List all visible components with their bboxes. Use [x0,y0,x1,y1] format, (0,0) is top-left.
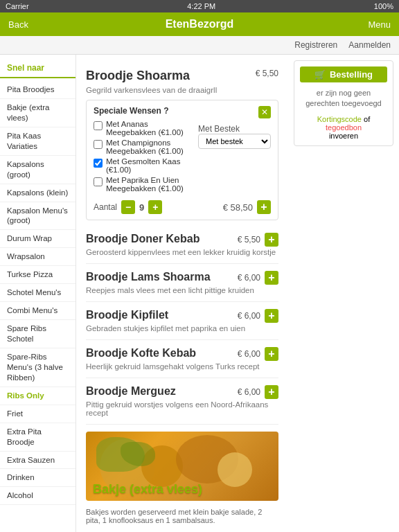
menu-item-name: Broodje Merguez [86,385,176,398]
add-item-button[interactable]: + [265,271,278,285]
last-menu-item: Bakje Shoarma (extra vlees) € 8,00 + Geg… [86,529,278,532]
qty-value: 9 [139,202,144,213]
sidebar-item[interactable]: Alcohol [0,487,76,505]
time: 4:22 PM [187,2,215,10]
cart-empty-text: er zijn nog geen gerechten toegevoegd [300,88,387,109]
menu-item-price-row: € 6,00+ [238,385,278,399]
add-to-cart-button[interactable]: + [257,200,271,214]
checkbox-option: Met Paprika En Uien Meegebakken (€1.00) [94,176,198,193]
battery: 100% [374,2,393,10]
qty-minus-button[interactable]: − [121,200,135,214]
sidebar-item[interactable]: Turkse Pizza [0,266,76,284]
menu-item-desc: Heerlijk gekruid lamsgehakt volgens Turk… [86,362,278,371]
sidebar-item[interactable]: Schotel Menu's [0,284,76,302]
sidebar-title: Snel naar [0,60,76,78]
sidebar-item[interactable]: Durum Wrap [0,230,76,248]
menu-item-header: Broodje Kipfilet€ 6,00+ [86,309,278,323]
register-link[interactable]: Registreren [294,40,337,50]
option-label: Met Paprika En Uien Meegebakken (€1.00) [106,176,198,193]
menu-item-price: € 5,50 [238,235,260,245]
add-item-button[interactable]: + [265,309,278,323]
met-bestek-label: Met Bestek [198,124,271,134]
sidebar-item[interactable]: Kapsalon Menu's (groot) [0,202,76,231]
menu-item-price-row: € 6,00+ [238,271,278,285]
menu-item-price: € 6,00 [238,311,260,321]
menu-item-header: Broodje Merguez€ 6,00+ [86,385,278,399]
sidebar-item[interactable]: Bakje (extra vlees) [0,99,76,127]
tegoedbon-link[interactable]: tegoedbon [326,123,362,132]
sidebar-item[interactable]: Wrapsalon [0,248,76,266]
option-label: Met Champignons Meegebakken (€1.00) [106,139,198,155]
sidebar: Snel naar Pita BroodjesBakje (extra vlee… [0,55,76,532]
content-area: Broodje Shoarma € 5,50 Gegrild varkensvl… [76,55,288,532]
sidebar-item[interactable]: Kapsalons (groot) [0,156,76,184]
checkbox-option: Met Gesmolten Kaas (€1.00) [94,157,198,174]
option-checkbox[interactable] [94,177,103,186]
aantal-label: Aantal [94,202,117,212]
add-item-button[interactable]: + [265,385,278,399]
main-item-name: Broodje Shoarma [86,69,190,83]
sidebar-item[interactable]: Friet [0,405,76,423]
checkbox-option: Met Champignons Meegebakken (€1.00) [94,139,198,155]
main-item-desc: Gegrild varkensvlees van de draaigrll [86,86,278,94]
sidebar-item[interactable]: Extra Pita Broodje [0,423,76,452]
sidebar-items: Pita BroodjesBakje (extra vlees)Pita Kaa… [0,81,76,505]
main-item-header: Broodje Shoarma € 5,50 [86,69,278,85]
sidebar-item[interactable]: Drinken [0,469,76,487]
menu-item-header: Broodje Lams Shoarma€ 6,00+ [86,271,278,285]
sidebar-item[interactable]: Combi Menu's [0,302,76,320]
sidebar-item[interactable]: Pita Kaas Variaties [0,127,76,156]
add-item-button[interactable]: + [265,347,278,361]
menu-item-name: Broodje Kipfilet [86,309,168,321]
option-label: Met Gesmolten Kaas (€1.00) [106,157,198,174]
cart-of-text: of [364,115,370,123]
sidebar-item[interactable]: Spare-Ribs Menu's (3 halve Ribben) [0,348,76,387]
menu-item-desc: Pittig gekruid worstjes volgens een Noor… [86,400,278,417]
sidebar-item[interactable]: Ribs Only [0,387,76,405]
option-checkbox[interactable] [94,159,103,168]
main-content-row: Broodje Shoarma € 5,50 Gegrild varkensvl… [76,55,399,532]
kortingscode-link[interactable]: Kortingscode [317,115,362,123]
image-section-desc: Bakjes worden geserveerd met klein bakje… [86,508,278,524]
main-layout: Snel naar Pita BroodjesBakje (extra vlee… [0,55,399,532]
special-wishes-box: Speciale Wensen ? Met Ananas Meegebakken… [86,100,278,220]
cart-title: 🛒 Bestelling [300,66,387,82]
sidebar-item[interactable]: Extra Sauzen [0,452,76,470]
sidebar-item[interactable]: Spare Ribs Schotel [0,320,76,348]
menu-item-header: Broodje Kofte Kebab€ 6,00+ [86,347,278,361]
sidebar-item[interactable]: Kapsalons (klein) [0,184,76,202]
menu-item: Broodje Kipfilet€ 6,00+Gebraden stukjes … [86,302,278,340]
menu-button[interactable]: Menu [368,19,391,30]
cart-box: 🛒 Bestelling er zijn nog geen gerechten … [294,60,393,146]
menu-item-desc: Reepjes mals vlees met een licht pittige… [86,286,278,294]
menu-item: Broodje Merguez€ 6,00+Pittig gekruid wor… [86,378,278,425]
menu-items-list: Broodje Doner Kebab€ 5,50+Geroosterd kip… [86,226,278,425]
menu-item-price: € 6,00 [238,349,260,359]
food-image-title: Bakje (extra vlees) [93,482,272,497]
checkbox-option: Met Ananas Meegebakken (€1.00) [94,120,198,136]
option-label: Met Ananas Meegebakken (€1.00) [106,120,198,136]
login-link[interactable]: Aanmelden [348,40,391,50]
qty-plus-button[interactable]: + [148,200,162,214]
cart-icon: 🛒 [314,69,326,80]
menu-item-price-row: € 6,00+ [238,347,278,361]
menu-item-desc: Gebraden stukjes kipfilet met paprika en… [86,324,278,332]
menu-item: Broodje Doner Kebab€ 5,50+Geroosterd kip… [86,226,278,264]
status-bar: Carrier 4:22 PM 100% [0,0,399,12]
add-item-button[interactable]: + [265,233,278,247]
main-item-price: € 5,50 [256,69,278,78]
sidebar-item[interactable]: Pita Broodjes [0,81,76,99]
close-special-box-button[interactable]: ✕ [258,106,271,118]
bestek-select[interactable]: Met bestek Zonder bestek [198,134,271,149]
menu-item-price-row: € 6,00+ [238,309,278,323]
sub-nav: Registreren Aanmelden [0,36,399,55]
back-button[interactable]: Back [8,19,28,30]
menu-item-name: Broodje Kofte Kebab [86,347,196,360]
invoeren-text: invoeren [329,132,358,140]
nav-title: EtenBezorgd [166,18,234,30]
total-price: € 58,50 [223,202,253,213]
option-checkbox[interactable] [94,121,103,130]
option-checkbox[interactable] [94,140,103,149]
menu-item-price: € 6,00 [238,273,260,283]
menu-item-name: Broodje Lams Shoarma [86,271,211,283]
